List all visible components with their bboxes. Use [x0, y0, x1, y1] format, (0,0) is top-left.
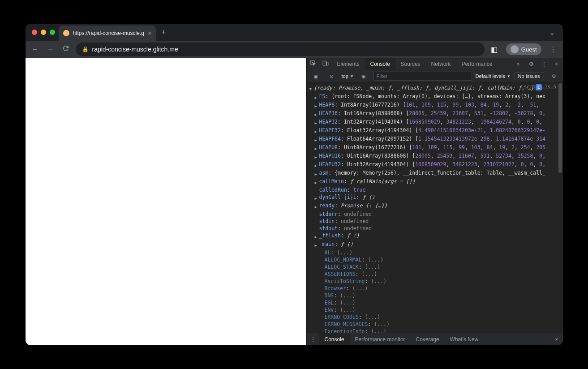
console-property-row[interactable]: asm: {memory: Memory(256), __indirect_fu… [309, 169, 561, 178]
sidebar-toggle-icon[interactable]: ▣ [309, 73, 322, 79]
favicon-icon [63, 30, 69, 36]
clear-console-icon[interactable]: ⊘ [326, 73, 338, 79]
minimize-window-button[interactable] [41, 30, 46, 35]
context-selector[interactable]: top ▼ [342, 73, 354, 79]
profile-label: Guest [521, 46, 537, 53]
scrollbar[interactable] [558, 83, 562, 173]
back-button[interactable]: ← [30, 45, 41, 53]
drawer-tab-coverage[interactable]: Coverage [411, 333, 445, 345]
expand-toggle[interactable] [315, 93, 319, 101]
svg-rect-2 [326, 62, 328, 65]
levels-selector[interactable]: Default levels ▼ [476, 73, 511, 79]
expand-toggle[interactable] [315, 202, 319, 210]
window-controls [29, 30, 59, 35]
devtools-tab-network[interactable]: Network [426, 58, 456, 70]
console-property-row[interactable]: ExceptionInfo: (...) [309, 328, 561, 333]
inspect-icon[interactable] [307, 60, 319, 68]
expand-toggle[interactable] [315, 118, 319, 127]
devtools-tab-console[interactable]: Console [365, 58, 395, 70]
issues-button[interactable]: No Issues [514, 72, 544, 80]
console-property-row[interactable]: ENV: (...) [309, 306, 561, 313]
console-property-row[interactable]: ALLOC_STACK: (...) [309, 263, 561, 270]
expand-toggle[interactable] [315, 101, 319, 110]
new-tab-button[interactable]: + [156, 28, 172, 37]
console-property-row[interactable]: _fflush: ƒ () [309, 232, 561, 240]
more-tabs-button[interactable]: » [511, 61, 525, 67]
console-property-row[interactable]: HEAPU32: Uint32Array(4194304) [166850902… [309, 161, 561, 169]
console-property-row[interactable]: stdin: undefined [309, 218, 561, 225]
devtools-menu-button[interactable]: ⋮ [538, 61, 550, 67]
device-mode-icon[interactable] [319, 60, 332, 68]
profile-button[interactable]: Guest [506, 43, 541, 55]
filter-field[interactable] [373, 72, 472, 81]
address-bar[interactable]: 🔒 rapid-concise-muscle.glitch.me [76, 43, 485, 56]
console-property-row[interactable]: HEAPU8: Uint8Array(16777216) [101, 109, … [309, 144, 561, 152]
console-property-row[interactable]: HEAP32: Int32Array(4194304) [1668509029,… [309, 118, 561, 127]
console-settings-icon[interactable]: ⚙ [548, 73, 560, 79]
expand-toggle[interactable] [315, 169, 319, 178]
console-property-row[interactable]: stdout: undefined [309, 225, 561, 232]
source-link[interactable]: script.js:5 [524, 83, 557, 90]
expand-toggle[interactable] [315, 110, 319, 118]
console-property-row[interactable]: HEAPU16: Uint16Array(8388608) [28005, 25… [309, 152, 561, 161]
drawer-close-button[interactable]: × [550, 336, 562, 343]
menu-button[interactable]: ⋮ [548, 45, 558, 54]
console-property-row[interactable]: ERRNO_CODES: (...) [309, 313, 561, 321]
console-property-row[interactable]: AL: (...) [309, 249, 561, 256]
maximize-window-button[interactable] [50, 30, 55, 35]
forward-button[interactable]: → [45, 45, 56, 53]
console-property-row[interactable]: HEAP8: Int8Array(16777216) [101, 109, 11… [309, 101, 561, 110]
console-property-row[interactable]: calledRun: true [309, 186, 561, 193]
console-property-row[interactable]: dynCall_jiji: ƒ () [309, 193, 561, 202]
console-property-row[interactable]: Browser: (...) [309, 285, 561, 292]
expand-toggle[interactable] [315, 152, 319, 161]
object-summary[interactable]: {ready: Promise, _main: ƒ, _fflush: ƒ, d… [314, 84, 534, 91]
browser-window: https://rapid-concise-muscle.g × + ⌄ ← →… [26, 24, 563, 345]
expand-toggle[interactable] [315, 232, 319, 240]
devtools-tab-sources[interactable]: Sources [395, 58, 426, 70]
tab-close-button[interactable]: × [148, 30, 151, 37]
expand-toggle[interactable] [309, 84, 314, 93]
page-viewport[interactable] [26, 58, 306, 345]
devtools-tabs: ElementsConsoleSourcesNetworkPerformance… [307, 58, 563, 70]
devtools-tab-performance[interactable]: Performance [456, 58, 498, 70]
console-output[interactable]: script.js:5 {ready: Promise, _main: ƒ, _… [307, 82, 563, 333]
browser-tab[interactable]: https://rapid-concise-muscle.g × [59, 26, 156, 41]
console-property-row[interactable]: callMain: ƒ callMain(args = []) [309, 178, 561, 186]
expand-toggle[interactable] [315, 127, 319, 135]
console-property-row[interactable]: ASSERTIONS: (...) [309, 270, 561, 278]
devtools-close-button[interactable]: × [550, 61, 563, 67]
reload-button[interactable] [60, 44, 71, 54]
console-property-row[interactable]: _main: ƒ () [309, 240, 561, 249]
console-property-row[interactable]: HEAPF64: Float64Array(2097152) [1.154541… [309, 135, 561, 144]
side-panel-button[interactable]: ◧ [489, 45, 500, 54]
settings-icon[interactable]: ⚙ [525, 61, 538, 67]
drawer-tab-console[interactable]: Console [319, 333, 350, 345]
console-toolbar: ▣ ⊘ top ▼ ◉ Default levels ▼ No Issues ⚙ [307, 70, 563, 82]
console-property-row[interactable]: ready: Promise {: {…}} [309, 202, 561, 210]
close-window-button[interactable] [32, 30, 37, 35]
console-property-row[interactable]: FS: {root: FSNode, mounts: Array(0), dev… [309, 93, 561, 101]
console-property-row[interactable]: AsciiToString: (...) [309, 278, 561, 285]
console-property-row[interactable]: ALLOC_NORMAL: (...) [309, 256, 561, 263]
console-property-row[interactable]: stderr: undefined [309, 210, 561, 218]
drawer-menu-button[interactable]: ⋮ [307, 336, 319, 343]
tab-title: https://rapid-concise-muscle.g [73, 30, 144, 36]
console-property-row[interactable]: HEAP16: Int16Array(8388608) [28005, 2545… [309, 110, 561, 118]
live-expression-icon[interactable]: ◉ [357, 73, 370, 79]
drawer-tab-what-s-new[interactable]: What's New [445, 333, 484, 345]
tab-list-button[interactable]: ⌄ [545, 28, 559, 37]
console-property-row[interactable]: DNS: (...) [309, 292, 561, 299]
expand-toggle[interactable] [315, 135, 319, 144]
expand-toggle[interactable] [315, 178, 319, 186]
devtools-tab-elements[interactable]: Elements [332, 58, 365, 70]
expand-toggle[interactable] [315, 144, 319, 152]
console-property-row[interactable]: EGL: (...) [309, 299, 561, 306]
drawer-tab-performance-monitor[interactable]: Performance monitor [350, 333, 411, 345]
expand-toggle[interactable] [315, 193, 319, 202]
expand-toggle[interactable] [315, 161, 319, 169]
filter-input[interactable] [373, 72, 472, 81]
expand-toggle[interactable] [315, 240, 319, 249]
console-property-row[interactable]: ERRNO_MESSAGES: (...) [309, 321, 561, 328]
console-property-row[interactable]: HEAPF32: Float32Array(4194304) [4.490441… [309, 127, 561, 135]
